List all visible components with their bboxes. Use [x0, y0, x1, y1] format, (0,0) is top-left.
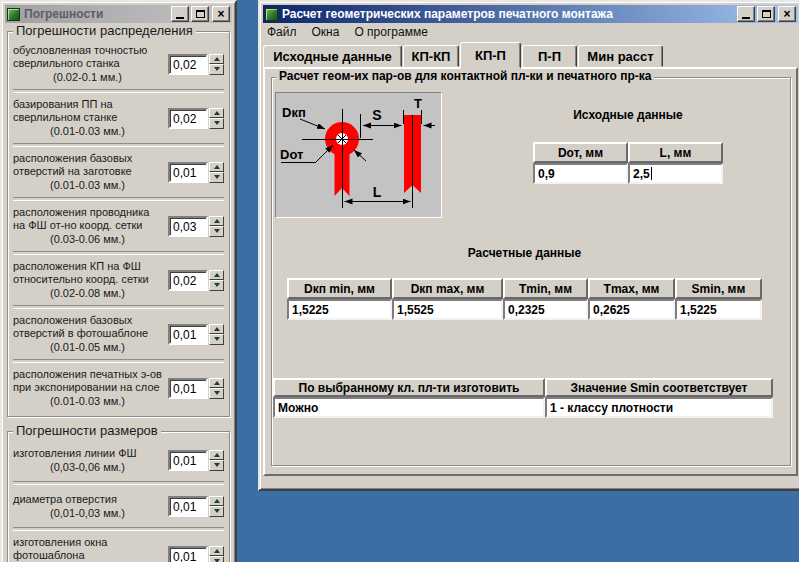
- spin-edit: 0,01: [168, 450, 224, 471]
- tab-p-p[interactable]: П-П: [522, 45, 577, 67]
- spin-up-button[interactable]: [209, 546, 224, 557]
- calc-table-row: 1,5225 1,5525 0,2325 0,2625 1,5225: [287, 299, 762, 320]
- spin-down-button[interactable]: [209, 172, 224, 183]
- cell-dkp-min: 1,5225: [287, 299, 392, 320]
- value-input[interactable]: 0,01: [168, 324, 208, 345]
- value-input[interactable]: 0,01: [168, 546, 208, 562]
- spin-down-button[interactable]: [209, 556, 224, 562]
- spin-up-button[interactable]: [209, 162, 224, 173]
- calc-section-title: Расчетные данные: [287, 246, 762, 260]
- arrow-up-icon: [214, 327, 220, 331]
- minimize-icon: [742, 17, 750, 19]
- minimize-button[interactable]: [171, 6, 189, 22]
- desktop: Погрешности × Погрешности распределения …: [0, 0, 799, 562]
- arrow-up-icon: [214, 549, 220, 553]
- calc-groupbox-title: Расчет геом-их пар-ов для контактной пл-…: [276, 69, 654, 83]
- maximize-button[interactable]: [757, 6, 775, 22]
- error-item-label: обусловленная точностью сверлильного ста…: [13, 44, 162, 84]
- label-line: сверлильном станке: [13, 111, 162, 124]
- value-input[interactable]: 0,02: [168, 270, 208, 291]
- value-input[interactable]: 0,01: [168, 496, 208, 517]
- error-item: расположения проводника на ФШ от-но коор…: [11, 202, 226, 250]
- arrow-up-icon: [214, 219, 220, 223]
- value-input[interactable]: 0,01: [168, 450, 208, 471]
- group-title: Погрешности размеров: [13, 423, 161, 438]
- menu-windows[interactable]: Окна: [310, 24, 347, 40]
- input-section-title: Исходные данные: [533, 108, 723, 122]
- spin-edit: 0,01: [168, 546, 224, 562]
- range-hint: (0.01-0.03 мм.): [13, 394, 162, 408]
- col-header-tmin: Tmin, мм: [503, 278, 588, 299]
- spin-up-button[interactable]: [209, 450, 224, 461]
- tab-kp-p[interactable]: КП-П: [460, 42, 521, 69]
- close-button[interactable]: ×: [212, 6, 230, 22]
- label-line: обусловленная точностью: [13, 44, 162, 57]
- tab-min-dist[interactable]: Мин расст: [578, 45, 663, 67]
- range-hint: (0,01-0,03 мм.): [13, 506, 162, 520]
- cell-tmax: 0,2625: [588, 299, 675, 320]
- calc-table-header: Dкп min, мм Dкп max, мм Tmin, мм Tmax, м…: [287, 278, 762, 299]
- cell-l-input[interactable]: 2,5: [628, 163, 723, 184]
- cell-dot-input[interactable]: 0,9: [533, 163, 628, 184]
- errors-window-titlebar[interactable]: Погрешности ×: [5, 5, 232, 23]
- spin-up-button[interactable]: [209, 108, 224, 119]
- error-item-label: базирования ПП на сверлильном станке (0.…: [13, 98, 162, 138]
- spin-down-button[interactable]: [209, 334, 224, 345]
- spin-up-button[interactable]: [209, 496, 224, 507]
- spin-down-button[interactable]: [209, 226, 224, 237]
- minimize-button[interactable]: [737, 6, 755, 22]
- spin-down-button[interactable]: [209, 64, 224, 75]
- menu-file[interactable]: Файл: [265, 24, 304, 40]
- range-hint: (0.03-0.06 мм.): [13, 232, 162, 246]
- cell-tmin: 0,2325: [503, 299, 588, 320]
- col-header-dkp-max: Dкп max, мм: [392, 278, 503, 299]
- maximize-button[interactable]: [191, 6, 209, 22]
- spin-up-button[interactable]: [209, 54, 224, 65]
- value-input[interactable]: 0,02: [168, 108, 208, 129]
- spin-down-button[interactable]: [209, 280, 224, 291]
- spin-up-button[interactable]: [209, 378, 224, 389]
- arrow-down-icon: [214, 337, 220, 341]
- spin-buttons: [209, 450, 224, 471]
- spin-buttons: [209, 216, 224, 237]
- range-hint: (0.01-0.05 мм.): [13, 340, 162, 354]
- separator: [13, 251, 224, 255]
- range-hint: (0,03-0,06 мм.): [13, 460, 162, 474]
- error-item-label: изготовления окна фотошаблона (0,01-0,03…: [13, 536, 162, 562]
- error-item: изготовления линии ФШ (0,03-0,06 мм.) 0,…: [11, 440, 226, 480]
- main-window-titlebar[interactable]: Расчет геометрических параметров печатно…: [263, 5, 798, 23]
- value-input[interactable]: 0,01: [168, 162, 208, 183]
- spin-edit: 0,02: [168, 108, 224, 129]
- spin-down-button[interactable]: [209, 388, 224, 399]
- tab-kp-kp[interactable]: КП-КП: [403, 45, 459, 67]
- result-table-header: По выбранному кл. пл-ти изготовить Значе…: [273, 378, 773, 397]
- separator: [13, 359, 224, 363]
- spin-down-button[interactable]: [209, 118, 224, 129]
- label-line: отверстий на заготовке: [13, 165, 162, 178]
- cell-smin-class: 1 - классу плотности: [545, 397, 773, 418]
- cell-smin: 1,5225: [675, 299, 762, 320]
- value-input[interactable]: 0,02: [168, 54, 208, 75]
- value-input[interactable]: 0,01: [168, 378, 208, 399]
- spin-buttons: [209, 496, 224, 517]
- spin-edit: 0,01: [168, 378, 224, 399]
- error-item: базирования ПП на сверлильном станке (0.…: [11, 94, 226, 142]
- app-icon: [7, 8, 20, 21]
- app-icon: [265, 8, 278, 21]
- spin-up-button[interactable]: [209, 270, 224, 281]
- spin-down-button[interactable]: [209, 460, 224, 471]
- value-input[interactable]: 0,03: [168, 216, 208, 237]
- close-button[interactable]: ×: [778, 6, 796, 22]
- input-table-header: Dот, мм L, мм: [533, 142, 723, 163]
- menu-about[interactable]: О программе: [352, 24, 434, 40]
- maximize-icon: [762, 10, 771, 18]
- spin-down-button[interactable]: [209, 506, 224, 517]
- menu-bar: Файл Окна О программе: [260, 23, 799, 40]
- spin-edit: 0,02: [168, 54, 224, 75]
- spin-up-button[interactable]: [209, 216, 224, 227]
- spin-buttons: [209, 162, 224, 183]
- error-item: расположения печатных э-ов при экспониро…: [11, 364, 226, 412]
- spin-up-button[interactable]: [209, 324, 224, 335]
- label-line: относительно коорд. сетки: [13, 273, 162, 286]
- tab-initial-data[interactable]: Исходные данные: [263, 45, 402, 67]
